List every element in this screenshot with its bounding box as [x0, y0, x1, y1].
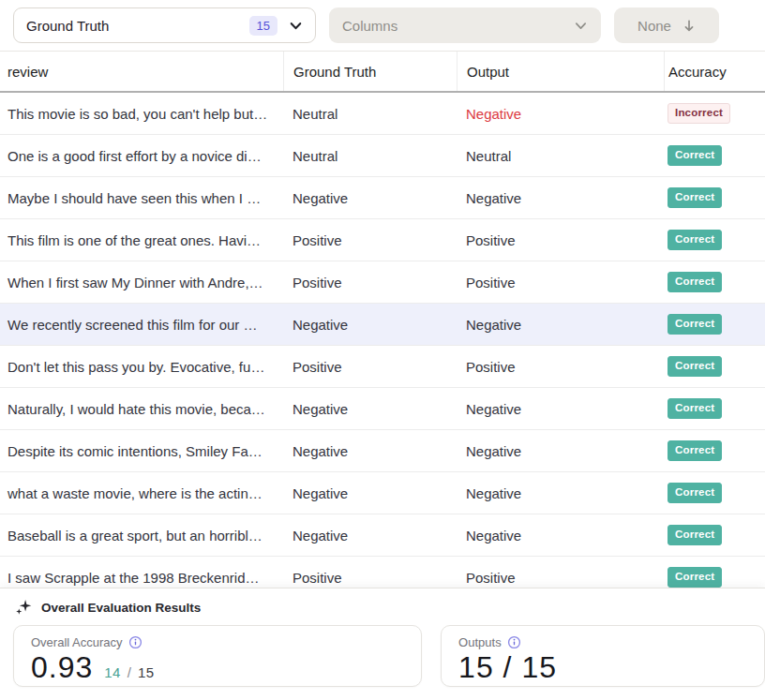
review-cell: When I first saw My Dinner with Andre,… — [0, 275, 283, 290]
chevron-down-icon — [574, 19, 588, 33]
outputs-card: Outputs 15 / 15 — [441, 625, 765, 687]
accuracy-cell: Correct — [664, 440, 765, 461]
output-cell: Neutral — [457, 148, 664, 164]
accuracy-badge: Correct — [668, 525, 722, 545]
accuracy-badge: Correct — [668, 483, 722, 503]
output-cell: Positive — [457, 275, 664, 290]
chevron-down-icon — [289, 19, 303, 33]
overall-results-panel: Overall Evaluation Results Overall Accur… — [0, 588, 765, 700]
accuracy-badge: Correct — [668, 145, 722, 166]
table-row[interactable]: Despite its comic intentions, Smiley Fa…… — [0, 430, 765, 472]
ground-truth-cell: Negative — [283, 401, 457, 417]
output-cell: Negative — [457, 317, 664, 333]
ground-truth-cell: Negative — [283, 485, 457, 501]
sparkles-icon — [14, 598, 33, 617]
review-cell: We recently screened this film for our … — [0, 317, 283, 333]
table-body: This movie is so bad, you can't help but… — [0, 93, 765, 599]
review-cell: Despite its comic intentions, Smiley Fa… — [0, 443, 283, 459]
table-row[interactable]: When I first saw My Dinner with Andre,… … — [0, 261, 765, 304]
info-icon[interactable] — [128, 635, 142, 649]
ground-truth-cell: Neutral — [283, 106, 457, 122]
output-cell: Negative — [457, 528, 664, 544]
output-cell: Negative — [457, 106, 664, 122]
accuracy-cell: Correct — [664, 567, 765, 588]
overall-accuracy-value: 0.93 — [31, 650, 93, 685]
table-row[interactable]: Naturally, I would hate this movie, beca… — [0, 388, 765, 430]
review-cell: This movie is so bad, you can't help but… — [0, 106, 283, 122]
ground-truth-cell: Positive — [283, 570, 457, 586]
ground-truth-cell: Positive — [283, 275, 457, 290]
ground-truth-select-label: Ground Truth — [26, 18, 249, 34]
accuracy-badge: Correct — [668, 567, 722, 588]
review-cell: Naturally, I would hate this movie, beca… — [0, 401, 283, 417]
sort-button-label: None — [638, 18, 671, 34]
results-table: review Ground Truth Output Accuracy This… — [0, 52, 765, 599]
accuracy-cell: Correct — [664, 525, 765, 545]
column-header-output[interactable]: Output — [457, 52, 664, 91]
accuracy-cell: Correct — [664, 272, 765, 292]
output-cell: Negative — [457, 443, 664, 459]
table-header: review Ground Truth Output Accuracy — [0, 52, 765, 93]
ground-truth-select[interactable]: Ground Truth 15 — [13, 7, 316, 43]
ground-truth-cell: Neutral — [283, 148, 457, 164]
accuracy-badge: Correct — [668, 398, 722, 419]
columns-select-label: Columns — [342, 18, 574, 34]
columns-select[interactable]: Columns — [329, 7, 601, 43]
accuracy-badge: Correct — [668, 356, 722, 377]
review-cell: I saw Scrapple at the 1998 Breckenrid… — [0, 570, 283, 586]
ground-truth-cell: Negative — [283, 443, 457, 459]
table-row[interactable]: This film is one of the great ones. Havi… — [0, 219, 765, 261]
accuracy-cell: Correct — [664, 230, 765, 250]
overall-accuracy-card: Overall Accuracy 0.93 14 / 15 — [13, 625, 422, 687]
accuracy-badge: Correct — [668, 230, 722, 250]
info-icon[interactable] — [507, 635, 521, 649]
table-row[interactable]: Baseball is a great sport, but an horrib… — [0, 514, 765, 557]
accuracy-badge: Correct — [668, 314, 722, 335]
accuracy-badge: Correct — [668, 187, 722, 208]
accuracy-cell: Incorrect — [664, 103, 765, 124]
accuracy-cell: Correct — [664, 187, 765, 208]
output-cell: Negative — [457, 190, 664, 206]
accuracy-badge: Correct — [668, 440, 722, 461]
accuracy-cell: Correct — [664, 483, 765, 503]
output-cell: Negative — [457, 485, 664, 501]
column-header-review[interactable]: review — [0, 52, 283, 91]
toolbar: Ground Truth 15 Columns None — [0, 0, 765, 52]
output-cell: Negative — [457, 401, 664, 417]
summary-cards: Overall Accuracy 0.93 14 / 15 Outputs — [0, 620, 765, 687]
review-cell: Baseball is a great sport, but an horrib… — [0, 528, 283, 544]
overall-accuracy-label: Overall Accuracy — [31, 635, 123, 649]
review-cell: Don't let this pass you by. Evocative, f… — [0, 359, 283, 375]
column-header-ground-truth[interactable]: Ground Truth — [283, 52, 457, 91]
accuracy-cell: Correct — [664, 145, 765, 166]
ground-truth-cell: Negative — [283, 528, 457, 544]
accuracy-cell: Correct — [664, 356, 765, 377]
review-cell: One is a good first effort by a novice d… — [0, 148, 283, 164]
table-row[interactable]: what a waste movie, where is the actin… … — [0, 472, 765, 514]
table-row[interactable]: Maybe I should have seen this when I … N… — [0, 177, 765, 219]
accuracy-cell: Correct — [664, 314, 765, 335]
table-row[interactable]: This movie is so bad, you can't help but… — [0, 93, 765, 135]
row-count-badge: 15 — [249, 16, 278, 36]
ground-truth-cell: Negative — [283, 190, 457, 206]
ground-truth-cell: Positive — [283, 359, 457, 375]
output-cell: Positive — [457, 570, 664, 586]
table-row[interactable]: We recently screened this film for our …… — [0, 304, 765, 346]
accuracy-fraction: 14 / 15 — [104, 664, 154, 680]
table-row[interactable]: Don't let this pass you by. Evocative, f… — [0, 346, 765, 388]
accuracy-badge: Correct — [668, 272, 722, 292]
review-cell: Maybe I should have seen this when I … — [0, 190, 283, 206]
arrow-down-icon — [682, 19, 696, 33]
ground-truth-cell: Negative — [283, 317, 457, 333]
output-cell: Positive — [457, 359, 664, 375]
review-cell: This film is one of the great ones. Havi… — [0, 232, 283, 248]
review-cell: what a waste movie, where is the actin… — [0, 485, 283, 501]
overall-results-header: Overall Evaluation Results — [0, 588, 765, 620]
table-row[interactable]: One is a good first effort by a novice d… — [0, 135, 765, 177]
ground-truth-cell: Positive — [283, 232, 457, 248]
outputs-label: Outputs — [458, 635, 502, 649]
column-header-accuracy[interactable]: Accuracy — [664, 52, 765, 91]
sort-button[interactable]: None — [614, 7, 719, 43]
accuracy-cell: Correct — [664, 398, 765, 419]
overall-results-title: Overall Evaluation Results — [41, 601, 201, 615]
